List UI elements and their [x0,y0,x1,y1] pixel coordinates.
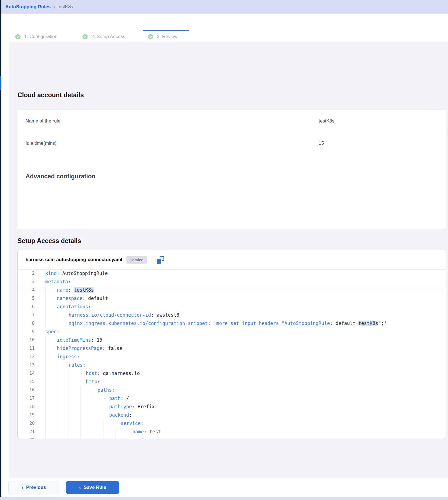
code-line: 6annotations: [18,302,446,311]
code-line: 15 http: [18,378,446,386]
line-number: 13 [18,361,35,369]
step-label: 2. Setup Access [91,34,125,39]
yaml-editor-header: harness-ccm-autostopping-connector.yaml … [18,250,446,269]
check-circle-icon [148,34,153,39]
line-number: 12 [18,352,35,361]
autostopping-review-page: AutoStopping Rules › testK8s 1. Configur… [0,0,448,500]
line-number: 7 [18,311,35,319]
line-number: 3 [18,278,35,286]
cloud-account-details-title: Cloud account details [17,91,84,99]
code-line: 22 port: [18,436,446,439]
line-number: 2 [18,269,35,278]
yaml-editor-card: harness-ccm-autostopping-connector.yaml … [17,250,446,439]
step-label: 1. Configuration [24,34,57,39]
breadcrumb-chevron-icon: › [53,4,55,10]
code-line: 13rules: [18,361,446,369]
detail-row: Idle time(mins)15 [17,132,446,154]
line-number: 18 [18,402,35,411]
row-label: Idle time(mins) [26,141,56,146]
code-line: 14- host: qa.harness.io [18,369,446,378]
check-circle-icon [15,34,21,39]
check-circle-icon [82,34,88,39]
code-line: 21 name: test [18,428,446,436]
breadcrumb-link-autostopping-rules[interactable]: AutoStopping Rules [5,4,51,10]
nav-rail-active-indicator [0,76,1,90]
copy-yaml-button[interactable] [157,256,164,264]
configuration-details-block: Name of the ruletestK8sIdle time(mins)15 [17,110,446,154]
step-2[interactable]: 2. Setup Access [82,34,125,39]
line-number: 5 [18,294,35,302]
line-number: 11 [18,344,35,352]
line-number: 17 [18,394,35,402]
review-panel: Cloud account details Selected cloud acc… [9,42,448,478]
line-number: 21 [18,428,35,436]
code-line: 19 backend: [18,411,446,419]
step-label: 3. Review [157,34,178,39]
line-number: 6 [18,302,35,311]
breadcrumb-current: testK8s [57,4,73,10]
row-value: testK8s [319,118,334,124]
wizard-stepper: 1. Configuration2. Setup Access3. Review [1,14,448,35]
line-number: 15 [18,378,35,386]
active-step-underline [143,30,189,31]
code-line: 18 pathType: Prefix [18,402,446,411]
row-label: Name of the rule [26,118,61,124]
line-number: 10 [18,336,35,344]
code-line: 11hideProgressPage: false [18,344,446,352]
code-line: 2kind: AutoStoppingRule [18,269,446,278]
yaml-filename: harness-ccm-autostopping-connector.yaml [26,257,122,262]
advanced-configuration-block: Advanced configuration [17,163,446,229]
advanced-configuration-title: Advanced configuration [26,172,446,181]
code-line: 3metadata: [18,278,446,286]
line-number: 14 [18,369,35,378]
line-number: 4 [18,286,35,294]
code-line: 8nginx.ingress.kubernetes.io/configurati… [18,319,446,328]
step-3[interactable]: 3. Review [148,34,178,39]
breadcrumb: AutoStopping Rules › testK8s [1,0,448,14]
line-number: 8 [18,319,35,328]
bottom-accent-strip [0,497,448,500]
code-line: 20 service: [18,419,446,428]
code-line: 7harness.io/cloud-connector-id: awstest3 [18,311,446,319]
detail-row: Name of the ruletestK8s [17,110,446,132]
step-1[interactable]: 1. Configuration [15,34,57,39]
code-line: 16 paths: [18,386,446,394]
chevron-left-icon: ‹ [21,485,23,490]
line-number: 22 [18,436,35,439]
code-line: 17- path: / [18,394,446,402]
line-number: 16 [18,386,35,394]
save-rule-button[interactable]: › Save Rule [66,481,119,494]
chevron-right-icon: › [79,485,81,490]
code-line: 5namespace: default [18,294,446,302]
code-line: 9spec: [18,328,446,336]
previous-button[interactable]: ‹ Previous [8,481,59,494]
line-number: 20 [18,419,35,428]
code-line: 10idleTimeMins: 15 [18,336,446,344]
yaml-code-editor[interactable]: 2kind: AutoStoppingRule3metadata:4name: … [18,269,446,439]
collapsed-nav-rail [0,0,1,497]
code-line: 4name: testK8s [18,286,446,294]
line-number: 9 [18,328,35,336]
line-number: 19 [18,411,35,419]
setup-access-details-title: Setup Access details [17,237,81,245]
row-value: 15 [319,141,324,146]
code-line: 12ingress: [18,352,446,361]
service-badge: Service [126,256,147,264]
